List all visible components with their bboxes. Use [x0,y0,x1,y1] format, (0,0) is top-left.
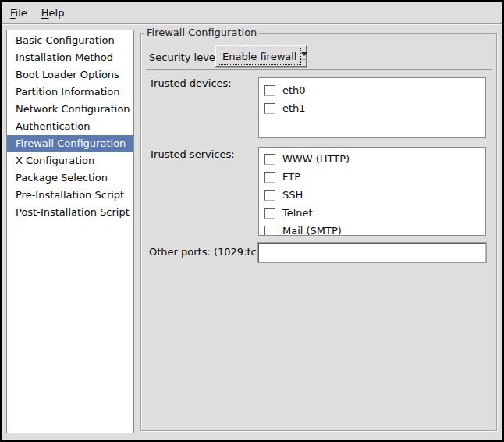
service-label: FTP [282,171,300,183]
checkbox-icon[interactable] [264,172,275,183]
service-row[interactable]: Telnet [259,204,485,222]
firewall-configuration-frame: Firewall Configuration Security level: E… [140,33,497,431]
service-row[interactable]: SSH [259,186,485,204]
sidebar-item[interactable]: Pre-Installation Script [7,187,133,204]
other-ports-input[interactable] [258,243,486,262]
trusted-services-label: Trusted services: [149,148,235,160]
trusted-devices-label: Trusted devices: [149,77,232,89]
sidebar-item[interactable]: Installation Method [7,49,133,66]
service-label: SSH [282,189,303,201]
checkbox-icon[interactable] [264,190,275,201]
kickstart-configurator-window: File Help Basic Configuration Installati… [0,0,504,442]
sidebar-item[interactable]: Boot Loader Options [7,66,133,84]
other-ports-label: Other ports: (1029:tcp) [149,246,267,258]
checkbox-icon[interactable] [264,103,275,114]
sidebar-section-list: Basic Configuration Installation Method … [6,30,134,433]
checkbox-icon[interactable] [264,226,275,237]
checkbox-icon[interactable] [264,85,275,96]
security-level-value: Enable firewall [218,48,301,65]
device-label: eth1 [282,102,306,114]
service-label: Mail (SMTP) [282,225,342,236]
service-row[interactable]: FTP [259,168,485,186]
service-row[interactable]: WWW (HTTP) [259,150,485,168]
sidebar-item[interactable]: Network Configuration [7,101,133,118]
sidebar-item[interactable]: X Configuration [7,152,133,169]
device-row[interactable]: eth0 [259,81,485,99]
sidebar-item[interactable]: Partition Information [7,84,133,101]
menubar: File Help [2,2,502,24]
sidebar-item[interactable]: Package Selection [7,169,133,187]
trusted-services-list: WWW (HTTP) FTP SSH Telnet [258,147,486,236]
frame-title: Firewall Configuration [144,27,259,38]
menu-file[interactable]: File [3,3,34,23]
trusted-devices-list: eth0 eth1 [258,77,486,138]
device-row[interactable]: eth1 [259,99,485,117]
service-label: WWW (HTTP) [282,153,350,165]
dropdown-arrow-icon [301,48,307,65]
sidebar-item[interactable]: Firewall Configuration [7,135,133,152]
sidebar-item[interactable]: Post-Installation Script [7,204,133,221]
device-label: eth0 [282,84,306,96]
security-level-label: Security level: [149,52,222,63]
sidebar-item[interactable]: Basic Configuration [7,32,133,49]
sidebar-item[interactable]: Authentication [7,118,133,135]
horizontal-separator [146,69,492,70]
security-level-dropdown[interactable]: Enable firewall [215,45,307,67]
service-row[interactable]: Mail (SMTP) [259,222,485,236]
checkbox-icon[interactable] [264,154,275,165]
checkbox-icon[interactable] [264,208,275,219]
service-label: Telnet [282,207,313,219]
menu-help[interactable]: Help [34,3,72,23]
